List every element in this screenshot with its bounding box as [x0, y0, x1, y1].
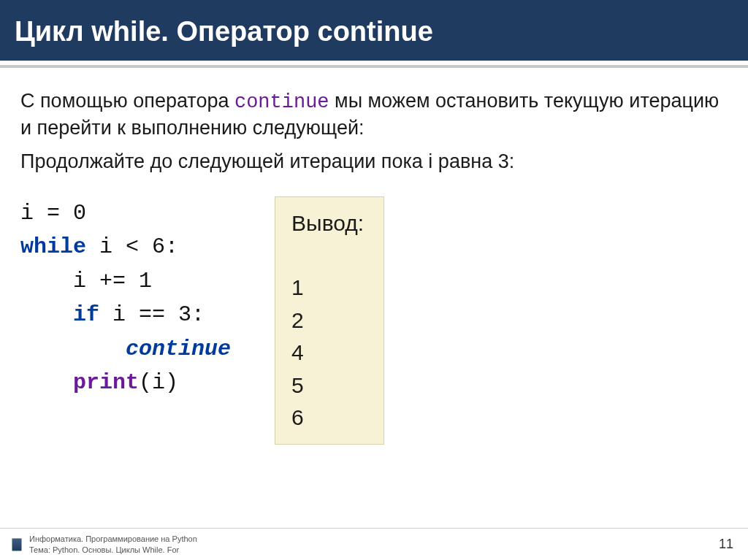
footer-logo-icon — [12, 538, 22, 551]
code-keyword-if: if — [73, 302, 99, 327]
code-block: i = 0 while i < 6: i += 1 if i == 3: con… — [20, 196, 231, 400]
slide-footer: Информатика. Программирование на Python … — [0, 528, 748, 560]
slide-header: Цикл while. Оператор continue — [0, 0, 748, 61]
output-line: 1 — [291, 272, 367, 304]
code-line-4c: i == — [99, 302, 178, 327]
desc-keyword-continue: continue — [234, 91, 329, 113]
code-keyword-continue: continue — [126, 337, 231, 361]
code-line-5a — [20, 337, 126, 361]
output-line: 4 — [291, 337, 367, 369]
output-label: Вывод: — [291, 207, 367, 239]
code-line-4d: 3 — [178, 302, 191, 327]
description-example: Продолжайте до следующей итерации пока i… — [20, 149, 728, 174]
code-line-2b: i < — [86, 234, 152, 259]
code-keyword-while: while — [20, 234, 86, 259]
code-output-row: i = 0 while i < 6: i += 1 if i == 3: con… — [20, 196, 728, 445]
code-func-print: print — [73, 370, 139, 395]
code-line-6a — [20, 370, 73, 395]
output-line: 6 — [291, 402, 367, 434]
page-number: 11 — [719, 537, 733, 552]
output-panel: Вывод: 1 2 4 5 6 — [275, 196, 384, 445]
code-line-4a — [20, 302, 73, 327]
code-line-2c: 6 — [152, 234, 165, 259]
code-line-1b: 0 — [73, 201, 86, 226]
output-line: 5 — [291, 369, 367, 402]
code-line-1a: i = — [20, 201, 73, 226]
code-line-6c: (i) — [139, 370, 178, 395]
footer-text-block: Информатика. Программирование на Python … — [29, 534, 197, 555]
code-line-3b: 1 — [139, 269, 152, 294]
description-paragraph: С помощью оператора continue мы можем ос… — [20, 88, 728, 140]
slide-content: С помощью оператора continue мы можем ос… — [0, 68, 748, 528]
code-line-4e: : — [191, 302, 205, 327]
slide-title: Цикл while. Оператор continue — [15, 16, 733, 47]
code-line-2d: : — [165, 234, 178, 259]
slide: Цикл while. Оператор continue С помощью … — [0, 0, 748, 560]
code-line-3a: i += — [20, 269, 139, 294]
footer-line-2: Тема: Python. Основы. Циклы While. For — [29, 545, 197, 555]
output-line: 2 — [291, 304, 367, 337]
desc-text-pre: С помощью оператора — [20, 90, 234, 112]
footer-line-1: Информатика. Программирование на Python — [29, 534, 197, 544]
